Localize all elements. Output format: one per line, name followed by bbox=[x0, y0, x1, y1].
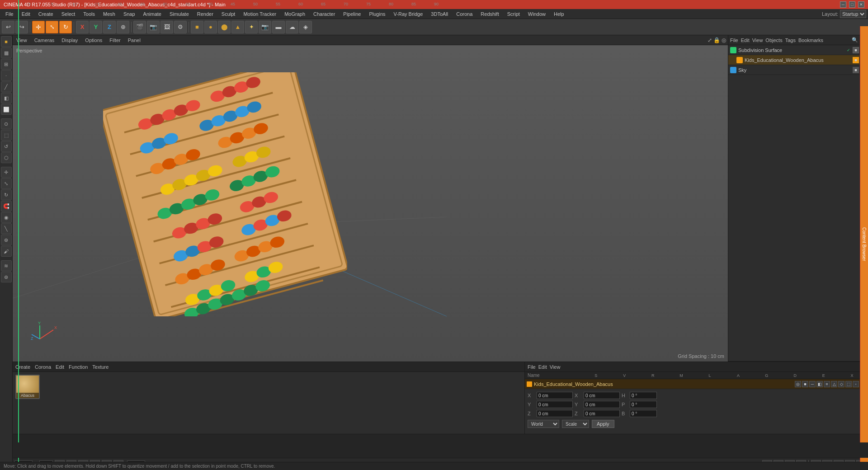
field-h-rot[interactable] bbox=[630, 392, 657, 399]
left-texture-btn[interactable]: ▦ bbox=[1, 47, 12, 58]
left-live-sel-btn[interactable]: ⊙ bbox=[1, 118, 12, 129]
obj-row-sky[interactable]: Sky ■ ● bbox=[728, 65, 868, 75]
menu-3dtoall[interactable]: 3DToAll bbox=[427, 10, 452, 18]
vp-expand-icon[interactable]: ⤢ bbox=[708, 37, 712, 43]
obj-row-subdivision[interactable]: Subdivision Surface ✓ ■ ● bbox=[728, 45, 868, 55]
vp-solo-icon[interactable]: ◎ bbox=[722, 37, 726, 43]
left-magnet-btn[interactable]: ⊛ bbox=[1, 235, 12, 245]
menu-file[interactable]: File bbox=[2, 10, 17, 18]
move-tool[interactable]: ✛ bbox=[32, 21, 45, 33]
scale-tool[interactable]: ⤡ bbox=[46, 21, 58, 33]
floor-btn[interactable]: ▬ bbox=[272, 21, 285, 33]
menu-redshift[interactable]: Redshift bbox=[477, 10, 502, 18]
menu-corona[interactable]: Corona bbox=[453, 10, 476, 18]
obj-row-abacus[interactable]: Kids_Educational_Wooden_Abacus ■ ● bbox=[728, 55, 868, 65]
maximize-button[interactable]: □ bbox=[849, 1, 855, 8]
left-bp-btn[interactable]: ⊞ bbox=[1, 59, 12, 70]
left-rect-sel-btn[interactable]: ⬚ bbox=[1, 130, 12, 141]
menu-sculpt[interactable]: Sculpt bbox=[218, 10, 239, 18]
obj-flag-abacus[interactable]: ■ bbox=[853, 57, 859, 63]
flag-g[interactable]: ◇ bbox=[838, 381, 844, 387]
menu-character[interactable]: Character bbox=[310, 10, 339, 18]
x-axis-btn[interactable]: X bbox=[76, 21, 89, 33]
left-snap-btn[interactable]: 🧲 bbox=[1, 201, 12, 212]
obj-flag-sky[interactable]: ■ bbox=[853, 67, 859, 73]
field-y-size[interactable] bbox=[584, 401, 620, 408]
field-y-pos[interactable] bbox=[537, 401, 573, 408]
menu-help[interactable]: Help bbox=[550, 10, 568, 18]
all-axis-btn[interactable]: ⊕ bbox=[117, 21, 129, 33]
undo-button[interactable]: ↩ bbox=[2, 21, 14, 33]
render-region-btn[interactable]: 📷 bbox=[147, 21, 160, 33]
left-deform-btn[interactable]: ≋ bbox=[1, 260, 12, 271]
cube-btn[interactable]: ■ bbox=[191, 21, 203, 33]
menu-select[interactable]: Select bbox=[58, 10, 79, 18]
viewport[interactable]: X Y Z Perspective Grid Spacing : 10 cm bbox=[13, 45, 728, 362]
menu-motion-tracker[interactable]: Motion Tracker bbox=[240, 10, 280, 18]
menu-edit[interactable]: Edit bbox=[18, 10, 34, 18]
left-object-mode-btn[interactable]: ⬜ bbox=[1, 104, 12, 115]
cone-btn[interactable]: ▲ bbox=[231, 21, 244, 33]
obj-menu-bookmarks[interactable]: Bookmarks bbox=[798, 38, 823, 43]
camera-btn[interactable]: 📷 bbox=[259, 21, 271, 33]
flag-e[interactable]: ◦ bbox=[853, 381, 859, 387]
layout-select[interactable]: Startup bbox=[840, 10, 866, 18]
menu-vray[interactable]: V-Ray Bridge bbox=[390, 10, 427, 18]
rotate-tool[interactable]: ↻ bbox=[59, 21, 72, 33]
menu-pipeline[interactable]: Pipeline bbox=[340, 10, 364, 18]
left-poly-mode-btn[interactable]: ◧ bbox=[1, 93, 12, 103]
timeline-track[interactable] bbox=[13, 442, 868, 458]
obj-menu-file[interactable]: File bbox=[730, 38, 738, 43]
left-point-mode-btn[interactable]: · bbox=[1, 70, 12, 81]
flag-a[interactable]: △ bbox=[831, 381, 837, 387]
redo-button[interactable]: ↪ bbox=[15, 21, 28, 33]
vp-menu-cameras[interactable]: Cameras bbox=[33, 38, 57, 43]
left-model-btn[interactable]: ■ bbox=[1, 36, 12, 47]
z-axis-btn[interactable]: Z bbox=[103, 21, 116, 33]
sphere-btn[interactable]: ● bbox=[204, 21, 217, 33]
mat-menu-corona[interactable]: Corona bbox=[35, 364, 51, 370]
menu-plugins[interactable]: Plugins bbox=[365, 10, 389, 18]
flag-d[interactable]: ⬚ bbox=[845, 381, 852, 387]
menu-script[interactable]: Script bbox=[504, 10, 524, 18]
edit-render-settings-btn[interactable]: ⚙ bbox=[174, 21, 187, 33]
vp-menu-filter[interactable]: Filter bbox=[108, 38, 122, 43]
left-paint-btn[interactable]: 🖌 bbox=[1, 246, 12, 257]
field-p-rot[interactable] bbox=[630, 401, 657, 408]
mat-menu-edit[interactable]: Edit bbox=[56, 364, 64, 370]
vp-menu-display[interactable]: Display bbox=[60, 38, 80, 43]
obj-flag-1[interactable]: ✓ bbox=[845, 47, 852, 53]
vp-lock-icon[interactable]: 🔒 bbox=[713, 37, 720, 43]
left-loop-sel-btn[interactable]: ↺ bbox=[1, 141, 12, 152]
obj-menu-objects[interactable]: Objects bbox=[765, 38, 782, 43]
attr-obj-row[interactable]: Kids_Educational_Wooden_Abacus ◎ ■ ─ ◧ ≡… bbox=[525, 379, 868, 389]
menu-mesh[interactable]: Mesh bbox=[99, 10, 119, 18]
menu-window[interactable]: Window bbox=[524, 10, 549, 18]
field-b-rot[interactable] bbox=[630, 410, 657, 417]
attr-menu-file[interactable]: File bbox=[528, 364, 536, 370]
left-move-btn[interactable]: ✛ bbox=[1, 167, 12, 178]
menu-render[interactable]: Render bbox=[193, 10, 217, 18]
vp-menu-panel[interactable]: Panel bbox=[126, 38, 142, 43]
lights-btn[interactable]: ✦ bbox=[245, 21, 258, 33]
menu-snap[interactable]: Snap bbox=[120, 10, 139, 18]
obj-menu-edit[interactable]: Edit bbox=[741, 38, 750, 43]
field-z-pos[interactable] bbox=[537, 410, 573, 417]
left-knife-btn[interactable]: ╲ bbox=[1, 223, 12, 234]
sky-btn[interactable]: ☁ bbox=[286, 21, 298, 33]
mat-menu-create[interactable]: Create bbox=[15, 364, 30, 370]
y-axis-btn[interactable]: Y bbox=[90, 21, 102, 33]
flag-v[interactable]: ■ bbox=[802, 381, 808, 387]
apply-button[interactable]: Apply bbox=[592, 420, 614, 428]
transform-mode-select[interactable]: Scale bbox=[562, 420, 589, 428]
minimize-button[interactable]: ─ bbox=[840, 1, 846, 8]
flag-s[interactable]: ◎ bbox=[795, 381, 801, 387]
attr-menu-edit[interactable]: Edit bbox=[538, 364, 547, 370]
close-button[interactable]: ✕ bbox=[858, 1, 864, 8]
mat-menu-function[interactable]: Function bbox=[69, 364, 88, 370]
material-btn[interactable]: ◈ bbox=[299, 21, 312, 33]
menu-simulate[interactable]: Simulate bbox=[166, 10, 193, 18]
cylinder-btn[interactable]: ⬤ bbox=[218, 21, 231, 33]
obj-menu-view[interactable]: View bbox=[752, 38, 763, 43]
obj-flag-2[interactable]: ■ bbox=[853, 47, 859, 53]
